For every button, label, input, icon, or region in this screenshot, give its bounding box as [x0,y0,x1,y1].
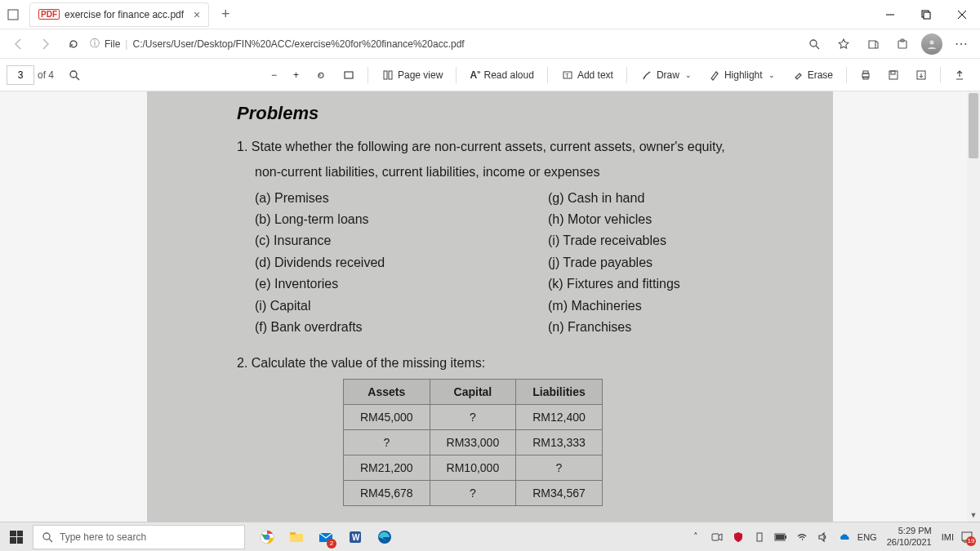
page-number-input[interactable] [7,65,34,85]
mcafee-icon[interactable] [730,529,746,545]
titlebar: PDF exercise for finance acc.pdf × + [0,0,980,29]
zoom-in-button[interactable]: + [285,62,307,88]
svg-rect-0 [8,10,18,20]
minimize-button[interactable] [872,0,908,29]
print-button[interactable] [852,62,880,88]
page-view-icon [381,69,394,82]
svg-rect-3 [924,12,930,19]
profile-avatar[interactable] [920,32,944,56]
pdf-page: Problems 1. State whether the following … [147,91,833,522]
draw-icon [640,69,653,82]
q1-line1: 1. State whether the following are non-c… [237,137,808,158]
mail-badge: 2 [327,539,336,549]
vertical-scrollbar[interactable]: ▲ ▼ [967,91,980,522]
notifications-icon[interactable]: 19 [959,529,975,545]
save-as-button[interactable] [907,62,935,88]
usb-icon[interactable] [751,529,768,545]
svg-text:T: T [565,72,569,79]
svg-rect-34 [712,534,719,540]
list-left: (a) Premises(b) Long-term loans(c) Insur… [255,188,515,339]
svg-text:W: W [352,533,360,542]
maximize-button[interactable] [908,0,944,29]
taskbar-apps: 2 W [253,522,399,552]
wifi-icon[interactable] [794,529,810,545]
refresh-button[interactable] [62,33,85,56]
search-icon[interactable] [802,32,826,56]
taskbar-search[interactable]: Type here to search [33,525,245,549]
clock[interactable]: 5:29 PM 26/10/2021 [887,526,932,547]
svg-point-24 [43,533,50,540]
file-explorer-icon[interactable] [283,522,310,552]
chevron-up-icon[interactable]: ˄ [688,529,704,545]
svg-rect-19 [863,71,868,73]
svg-rect-37 [785,535,786,539]
tab-strip: PDF exercise for finance acc.pdf × + [0,0,237,29]
volume-icon[interactable] [815,529,831,545]
fit-button[interactable] [335,62,363,88]
back-button[interactable] [7,33,29,56]
extensions-icon[interactable] [890,32,915,56]
pdf-viewport[interactable]: Problems 1. State whether the following … [0,91,980,522]
draw-button[interactable]: Draw⌄ [632,62,700,88]
more-icon[interactable]: ⋯ [949,32,973,56]
meet-now-icon[interactable] [709,529,725,545]
collections-icon[interactable] [861,32,885,56]
read-aloud-button[interactable]: A»Read aloud [461,62,542,88]
erase-button[interactable]: Erase [783,62,841,88]
start-button[interactable] [0,522,33,552]
browser-tab[interactable]: PDF exercise for finance acc.pdf × [29,2,209,27]
svg-rect-35 [757,533,762,541]
svg-rect-15 [389,71,392,79]
page-count-label: of 4 [38,69,54,81]
close-window-button[interactable] [944,0,980,29]
windows-logo-icon [10,531,23,544]
forward-button[interactable] [34,33,57,56]
svg-point-11 [70,71,77,78]
ime-indicator[interactable]: IMI [942,532,954,542]
onedrive-icon[interactable] [836,529,853,545]
value-table: AssetsCapitalLiabilities RM45,000?RM12,4… [343,379,603,506]
info-icon[interactable]: ⓘ [90,37,100,51]
svg-rect-22 [891,71,895,74]
highlight-icon [708,69,721,82]
save-button[interactable] [880,62,907,88]
language-indicator[interactable]: ENG [858,532,877,542]
zoom-out-button[interactable]: − [263,62,285,88]
svg-rect-29 [290,532,296,535]
word-icon[interactable]: W [341,522,369,552]
svg-line-12 [76,77,79,80]
svg-rect-38 [776,535,784,540]
q2-line: 2. Calculate the value of the missing it… [237,356,808,371]
window-controls [872,0,980,29]
tab-actions-icon[interactable] [0,2,26,28]
pin-toolbar-button[interactable] [946,62,973,88]
page-view-button[interactable]: Page view [373,62,451,88]
heading: Problems [237,103,808,124]
chrome-icon[interactable] [253,522,281,552]
svg-rect-13 [345,72,353,78]
url-path: C:/Users/User/Desktop/FIN%20ACC/exercise… [132,38,464,50]
scroll-thumb[interactable] [969,93,978,158]
system-tray: ˄ ENG 5:29 PM 26/10/2021 IMI 19 [688,526,980,547]
favorites-icon[interactable] [831,32,856,56]
svg-point-10 [930,40,934,44]
mail-icon[interactable]: 2 [312,522,340,552]
rotate-button[interactable] [307,62,335,88]
svg-rect-28 [290,534,303,542]
new-tab-button[interactable]: + [214,3,237,26]
add-text-icon: T [561,69,574,82]
tab-title: exercise for finance acc.pdf [65,9,184,20]
url-prefix: File [105,38,120,50]
scroll-down-icon[interactable]: ▼ [967,509,980,522]
battery-icon[interactable] [773,529,789,545]
url-field[interactable]: ⓘ File | C:/Users/User/Desktop/FIN%20ACC… [90,37,791,51]
edge-icon[interactable] [371,522,399,552]
svg-line-7 [816,46,819,49]
highlight-button[interactable]: Highlight⌄ [700,62,783,88]
addrbar-right-icons: ⋯ [802,32,973,56]
close-tab-icon[interactable]: × [194,8,200,21]
add-text-button[interactable]: TAdd text [553,62,621,88]
find-button[interactable] [60,62,88,88]
taskbar: Type here to search 2 W ˄ ENG 5:29 PM 26… [0,522,980,551]
pdf-file-icon: PDF [38,9,60,20]
